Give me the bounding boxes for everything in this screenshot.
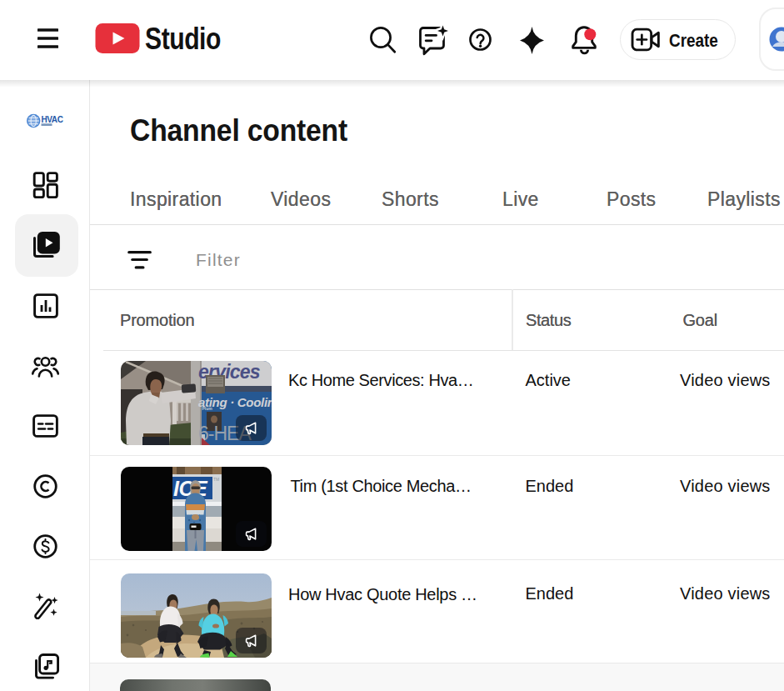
svg-text:TM: TM	[213, 477, 219, 482]
svg-text:HVAC: HVAC	[42, 115, 63, 124]
